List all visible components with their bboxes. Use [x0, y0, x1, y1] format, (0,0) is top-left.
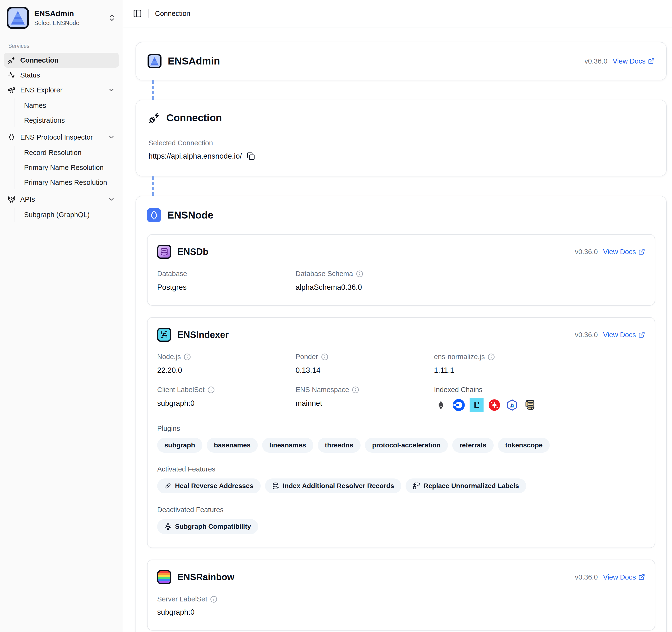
ens-explorer-children: Names Registrations [14, 98, 119, 127]
app-name: ENSAdmin [34, 9, 102, 18]
feature-label: Subgraph Compatibility [175, 523, 251, 530]
chevron-down-icon [108, 133, 115, 141]
field-label: Client LabelSet [157, 386, 205, 394]
plugins-section: Plugins subgraph basenames lineanames th… [157, 424, 645, 453]
field-nodejs: Node.js 22.20.0 [157, 353, 295, 375]
activity-icon [8, 71, 16, 79]
view-docs-label: View Docs [603, 331, 636, 339]
field-database-schema: Database Schema alphaSchema0.36.0 [295, 270, 645, 292]
sidebar-item-ens-protocol-inspector[interactable]: ENS Protocol Inspector [4, 130, 119, 145]
plugin-badge: lineanames [262, 438, 313, 453]
card-connector [152, 176, 154, 196]
ensrainbow-card: ENSRainbow v0.36.0 View Docs Server Labe… [147, 560, 655, 631]
telescope-icon [8, 86, 16, 94]
info-icon[interactable] [352, 386, 359, 393]
field-ens-normalize: ens-normalize.js 1.11.1 [434, 353, 645, 375]
sidebar-item-status[interactable]: Status [4, 68, 119, 82]
view-docs-link[interactable]: View Docs [613, 57, 655, 65]
optimism-chain-icon [487, 398, 501, 412]
replace-icon [413, 482, 420, 489]
view-docs-label: View Docs [603, 573, 636, 581]
field-value: 22.20.0 [157, 366, 295, 375]
sidebar-item-label: Primary Names Resolution [24, 178, 107, 187]
sidebar-item-label: Primary Name Resolution [24, 164, 103, 172]
ensindexer-card: ENSIndexer v0.36.0 View Docs Node.js 22.… [147, 317, 655, 548]
field-value: 0.13.14 [295, 366, 434, 375]
feature-badge-index-additional-resolver-records: Index Additional Resolver Records [265, 479, 402, 493]
ensindexer-logo [157, 328, 171, 342]
sidebar-item-label: Status [20, 71, 40, 79]
info-icon[interactable] [208, 386, 215, 393]
ensnode-card: ENSNode ENSDb v0.36.0 View Docs D [136, 196, 667, 632]
feature-badge-subgraph-compatibility: Subgraph Compatibility [157, 519, 258, 534]
plugin-badge: tokenscope [498, 438, 550, 453]
field-client-labelset: Client LabelSet subgraph:0 [157, 386, 295, 412]
field-label: Node.js [157, 353, 181, 361]
info-icon[interactable] [184, 353, 191, 361]
field-value: alphaSchema0.36.0 [295, 283, 645, 292]
view-docs-link[interactable]: View Docs [603, 331, 645, 339]
sidebar-item-label: Names [24, 102, 46, 110]
activated-features-section: Activated Features Heal Reverse Addresse… [157, 465, 645, 493]
view-docs-label: View Docs [603, 248, 636, 256]
ensdb-title: ENSDb [177, 247, 209, 257]
sidebar-item-primary-name-resolution[interactable]: Primary Name Resolution [21, 161, 119, 174]
scroll-chain-icon [523, 398, 537, 412]
sidebar-item-label: Record Resolution [24, 149, 81, 157]
content: ENSAdmin v0.36.0 View Docs Connection Se… [123, 27, 672, 632]
view-docs-link[interactable]: View Docs [603, 573, 645, 581]
sidebar-item-record-resolution[interactable]: Record Resolution [21, 146, 119, 160]
field-label: Database Schema [295, 270, 353, 278]
copy-icon[interactable] [247, 152, 255, 160]
panel-left-toggle-icon[interactable] [133, 9, 142, 18]
field-value: 1.11.1 [434, 366, 645, 375]
sidebar: ENSAdmin Select ENSNode Services Connect… [0, 0, 123, 632]
sidebar-item-label: Connection [20, 56, 59, 64]
sidebar-item-names[interactable]: Names [21, 98, 119, 113]
field-server-labelset: Server LabelSet subgraph:0 [157, 595, 645, 616]
plugins-label: Plugins [157, 424, 180, 433]
external-link-icon [648, 58, 655, 65]
sidebar-item-primary-names-resolution[interactable]: Primary Names Resolution [21, 175, 119, 189]
radio-tower-icon [8, 195, 16, 203]
arbitrum-chain-icon [505, 398, 519, 412]
ensnode-selector[interactable]: ENSAdmin Select ENSNode [4, 4, 119, 31]
info-icon[interactable] [488, 353, 495, 361]
info-icon[interactable] [356, 270, 363, 277]
chevrons-up-down-icon [108, 14, 116, 22]
field-label: ENS Namespace [295, 386, 349, 394]
chevron-down-icon [108, 196, 115, 203]
indexed-chains-label: Indexed Chains [434, 386, 483, 394]
info-icon[interactable] [210, 595, 217, 603]
version-label: v0.36.0 [575, 573, 598, 581]
main-area: Connection ENSAdmin v0.36.0 View Docs [123, 0, 672, 632]
connection-card-title: Connection [166, 112, 222, 124]
sidebar-item-apis[interactable]: APIs [4, 192, 119, 207]
field-value: subgraph:0 [157, 399, 295, 408]
feature-label: Heal Reverse Addresses [175, 482, 254, 490]
sidebar-item-label: Subgraph (GraphQL) [24, 211, 90, 219]
ensdb-card: ENSDb v0.36.0 View Docs Database Postgre… [147, 234, 655, 306]
topbar-divider [148, 9, 149, 18]
ensrainbow-logo [157, 570, 171, 584]
sidebar-item-subgraph-graphql[interactable]: Subgraph (GraphQL) [21, 208, 119, 222]
ensadmin-logo [147, 54, 162, 68]
view-docs-link[interactable]: View Docs [603, 248, 645, 256]
base-chain-icon [452, 398, 466, 412]
version-label: v0.36.0 [584, 57, 607, 65]
sidebar-item-registrations[interactable]: Registrations [21, 113, 119, 127]
ensadmin-app: ENSAdmin Select ENSNode Services Connect… [0, 0, 672, 632]
sidebar-item-connection[interactable]: Connection [4, 53, 119, 68]
feature-badge-replace-unnormalized-labels: Replace Unnormalized Labels [406, 479, 526, 493]
sidebar-item-ens-explorer[interactable]: ENS Explorer [4, 82, 119, 97]
ensadmin-logo [7, 7, 29, 29]
ensnode-card-title: ENSNode [167, 210, 213, 221]
feature-badge-heal-reverse-addresses: Heal Reverse Addresses [157, 479, 261, 493]
field-label: ens-normalize.js [434, 353, 485, 361]
feature-label: Index Additional Resolver Records [283, 482, 394, 490]
app-titles: ENSAdmin Select ENSNode [34, 9, 102, 26]
ensrainbow-title: ENSRainbow [177, 572, 234, 582]
field-value: Postgres [157, 283, 295, 292]
external-link-icon [638, 574, 645, 581]
info-icon[interactable] [321, 353, 328, 361]
